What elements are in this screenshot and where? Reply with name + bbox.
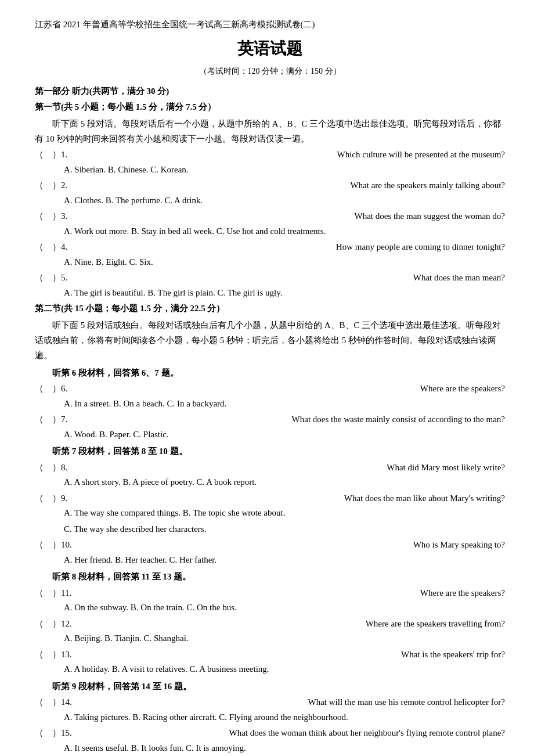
answer-blank-6: （ ）: [35, 381, 61, 397]
group1-note: 听第 6 段材料，回答第 6、7 题。: [35, 366, 505, 381]
question-block-10: （ ） 10. Who is Mary speaking to? A. Her …: [35, 538, 505, 567]
question-line-3: （ ） 3. What does the man suggest the wom…: [35, 209, 505, 224]
question-body-6: Where are the speakers?: [420, 381, 505, 397]
question-line-1: （ ） 1. Which culture will be presented a…: [35, 147, 505, 163]
question-line-5: （ ） 5. What does the man mean?: [35, 271, 505, 286]
question-line-15: （ ） 15. What does the woman think about …: [35, 726, 505, 741]
question-body-5: What does the man mean?: [413, 271, 505, 286]
question-text-10: 10.: [61, 538, 412, 553]
question-line-6: （ ） 6. Where are the speakers?: [35, 381, 505, 397]
part1-title: 第一部分 听力(共两节，满分 30 分): [35, 84, 505, 99]
question-line-11: （ ） 11. Where are the speakers?: [35, 586, 505, 601]
exam-main-title: 英语试题: [35, 35, 505, 63]
question-line-4: （ ） 4. How many people are coming to din…: [35, 240, 505, 255]
question-block-15: （ ） 15. What does the woman think about …: [35, 726, 505, 755]
question-block-2: （ ） 2. What are the speakers mainly talk…: [35, 178, 505, 208]
question-block-1: （ ） 1. Which culture will be presented a…: [35, 147, 505, 177]
question-line-2: （ ） 2. What are the speakers mainly talk…: [35, 178, 505, 193]
question-text-6: 6.: [61, 381, 419, 397]
answer-blank-12: （ ）: [35, 617, 61, 632]
answer-blank-14: （ ）: [35, 695, 61, 710]
options-12: A. Beijing. B. Tianjin. C. Shanghai.: [35, 631, 505, 646]
question-text-7: 7.: [61, 412, 291, 427]
answer-blank-10: （ ）: [35, 538, 61, 553]
question-block-14: （ ） 14. What will the man use his remote…: [35, 695, 505, 725]
section1-questions: （ ） 1. Which culture will be presented a…: [35, 147, 505, 300]
question-body-8: What did Mary most likely write?: [387, 460, 505, 476]
group1-questions: （ ） 6. Where are the speakers? A. In a s…: [35, 381, 505, 442]
question-text-1: 1.: [61, 147, 336, 163]
group2-questions: （ ） 8. What did Mary most likely write? …: [35, 460, 505, 568]
question-text-4: 4.: [61, 240, 335, 255]
group2-note: 听第 7 段材料，回答第 8 至 10 题。: [35, 444, 505, 459]
question-body-7: What does the waste mainly consist of ac…: [292, 412, 505, 427]
section1-title: 第一节(共 5 小题；每小题 1.5 分，满分 7.5 分）: [35, 100, 505, 115]
options-9a: A. The way she compared things. B. The t…: [35, 506, 505, 521]
question-body-15: What does the woman think about her neig…: [229, 726, 506, 741]
options-2: A. Clothes. B. The perfume. C. A drink.: [35, 193, 505, 208]
options-3: A. Work out more. B. Stay in bed all wee…: [35, 224, 505, 239]
options-6: A. In a street. B. On a beach. C. In a b…: [35, 397, 505, 412]
options-1: A. Siberian. B. Chinese. C. Korean.: [35, 163, 505, 178]
question-text-2: 2.: [61, 178, 349, 193]
question-block-7: （ ） 7. What does the waste mainly consis…: [35, 412, 505, 442]
question-body-4: How many people are coming to dinner ton…: [336, 240, 505, 255]
question-body-11: Where are the speakers?: [420, 586, 505, 601]
answer-blank-4: （ ）: [35, 240, 61, 255]
question-line-14: （ ） 14. What will the man use his remote…: [35, 695, 505, 710]
question-body-13: What is the speakers' trip for?: [401, 647, 505, 663]
group4-note: 听第 9 段材料，回答第 14 至 16 题。: [35, 679, 505, 694]
question-body-10: Who is Mary speaking to?: [413, 538, 505, 553]
answer-blank-11: （ ）: [35, 586, 61, 601]
answer-blank-13: （ ）: [35, 647, 61, 663]
options-10: A. Her friend. B. Her teacher. C. Her fa…: [35, 553, 505, 568]
question-line-7: （ ） 7. What does the waste mainly consis…: [35, 412, 505, 427]
question-block-9: （ ） 9. What does the man like about Mary…: [35, 491, 505, 537]
section2-title: 第二节(共 15 小题；每小题 1.5 分，满分 22.5 分）: [35, 301, 505, 316]
options-15: A. It seems useful. B. It looks fun. C. …: [35, 741, 505, 756]
answer-blank-9: （ ）: [35, 491, 61, 506]
question-text-8: 8.: [61, 460, 385, 476]
question-text-5: 5.: [61, 271, 412, 286]
question-block-12: （ ） 12. Where are the speakers travellin…: [35, 617, 505, 646]
question-line-8: （ ） 8. What did Mary most likely write?: [35, 460, 505, 476]
exam-top-title: 江苏省 2021 年普通高等学校招生全国统一考试高三新高考模拟测试卷(二): [35, 17, 505, 33]
question-body-1: Which culture will be presented at the m…: [337, 147, 505, 163]
question-text-15: 15.: [61, 726, 228, 741]
options-8: A. A short story. B. A piece of poetry. …: [35, 475, 505, 490]
question-line-10: （ ） 10. Who is Mary speaking to?: [35, 538, 505, 553]
options-14: A. Taking pictures. B. Racing other airc…: [35, 710, 505, 725]
answer-blank-8: （ ）: [35, 460, 61, 476]
question-body-2: What are the speakers mainly talking abo…: [350, 178, 505, 193]
question-block-8: （ ） 8. What did Mary most likely write? …: [35, 460, 505, 490]
question-text-9: 9.: [61, 491, 343, 506]
answer-blank-3: （ ）: [35, 209, 61, 224]
question-body-14: What will the man use his remote control…: [308, 695, 505, 710]
question-block-5: （ ） 5. What does the man mean? A. The gi…: [35, 271, 505, 300]
exam-subtitle: （考试时间：120 分钟；满分：150 分）: [35, 64, 505, 78]
question-block-11: （ ） 11. Where are the speakers? A. On th…: [35, 586, 505, 615]
group3-note: 听第 8 段材料，回答第 11 至 13 题。: [35, 570, 505, 585]
question-block-4: （ ） 4. How many people are coming to din…: [35, 240, 505, 269]
question-body-9: What does the man like about Mary's writ…: [344, 491, 505, 506]
options-11: A. On the subway. B. On the train. C. On…: [35, 600, 505, 615]
answer-blank-15: （ ）: [35, 726, 61, 741]
question-block-13: （ ） 13. What is the speakers' trip for? …: [35, 647, 505, 677]
question-line-12: （ ） 12. Where are the speakers travellin…: [35, 617, 505, 632]
question-text-14: 14.: [61, 695, 307, 710]
group3-questions: （ ） 11. Where are the speakers? A. On th…: [35, 586, 505, 677]
options-5: A. The girl is beautiful. B. The girl is…: [35, 286, 505, 301]
section2-instruction: 听下面 5 段对话或独白。每段对话或独白后有几个小题，从题中所给的 A、B、C …: [35, 318, 505, 363]
answer-blank-7: （ ）: [35, 412, 61, 427]
group4-questions: （ ） 14. What will the man use his remote…: [35, 695, 505, 756]
question-body-3: What does the man suggest the woman do?: [354, 209, 505, 224]
question-text-11: 11.: [61, 586, 419, 601]
question-block-6: （ ） 6. Where are the speakers? A. In a s…: [35, 381, 505, 411]
question-line-13: （ ） 13. What is the speakers' trip for?: [35, 647, 505, 663]
options-13: A. A holiday. B. A visit to relatives. C…: [35, 662, 505, 677]
section1-instruction: 听下面 5 段对话。每段对话后有一个小题，从题中所给的 A、B、C 三个选项中选…: [35, 116, 505, 147]
options-9b: C. The way she described her characters.: [35, 522, 505, 537]
question-text-13: 13.: [61, 647, 400, 663]
answer-blank-2: （ ）: [35, 178, 61, 193]
question-text-3: 3.: [61, 209, 353, 224]
